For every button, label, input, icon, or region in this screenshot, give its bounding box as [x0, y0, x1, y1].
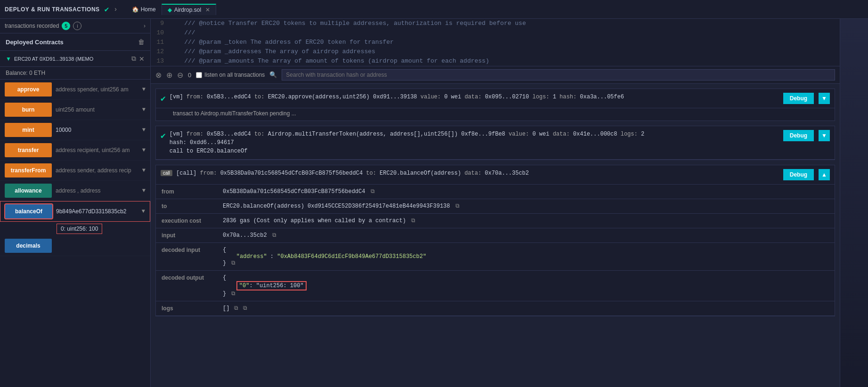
tx-log: ✔ [vm] from: 0x5B3...eddC4 to: ERC20.app… [151, 84, 840, 387]
copy-decoded-input-icon[interactable]: ⧉ [231, 260, 235, 266]
copy-from-icon[interactable]: ⧉ [371, 188, 375, 195]
search-box [282, 69, 835, 81]
detail-logs-label: logs [156, 301, 217, 316]
top-bar: DEPLOY & RUN TRANSACTIONS ✔ › 🏠 Home ◆ A… [0, 0, 868, 19]
transfer-param: address recipient, uint256 am [56, 147, 138, 153]
code-line-9: 9 /// @notice Transfer ERC20 tokens to m… [151, 19, 840, 28]
allowance-chevron-icon[interactable]: ▼ [142, 187, 146, 194]
tx-multi-expand-button[interactable]: ▼ [819, 130, 830, 141]
tx-balanceof-debug-button[interactable]: Debug [783, 169, 814, 180]
detail-from-value: 0x5B38Da0a701c568545dCfcB03FcB875f56bedd… [217, 185, 835, 199]
detail-to-row: to ERC20.balanceOf(address) 0xd9145CCE52… [156, 199, 835, 214]
method-balanceof-row: balanceOf 9b849Ae677dD3315835cb2 ▼ [0, 201, 150, 222]
method-transfer-row: transfer address recipient, uint256 am ▼ [0, 140, 150, 161]
listen-checkbox-label[interactable]: listen on all transactions [196, 72, 265, 78]
code-line-12: 12 /// @param _addresses The array of ai… [151, 47, 840, 56]
deployed-contracts-title: Deployed Contracts [6, 39, 64, 46]
detail-execcost-value: 2836 gas (Cost only applies when called … [217, 214, 835, 228]
code-line-13: 13 /// @param _amounts The array of amou… [151, 56, 840, 66]
copy-logs-icon-1[interactable]: ⧉ [234, 305, 238, 312]
contract-actions: ⧉ ✕ [131, 55, 145, 63]
contract-expand-icon[interactable]: ▼ [6, 56, 11, 62]
mint-param: 10000 [56, 127, 138, 133]
minimap [840, 19, 868, 387]
trash-icon[interactable]: 🗑 [138, 38, 145, 46]
copy-input-icon[interactable]: ⧉ [272, 232, 276, 239]
approve-button[interactable]: approve [5, 82, 52, 97]
copy-decoded-output-icon[interactable]: ⧉ [231, 290, 235, 297]
listen-checkbox-input[interactable] [196, 72, 202, 78]
tab-close-button[interactable]: ✕ [205, 7, 210, 13]
mint-button[interactable]: mint [5, 123, 52, 137]
method-decimals-row: decimals [0, 236, 150, 256]
info-badge: i [73, 22, 81, 30]
detail-execcost-row: execution cost 2836 gas (Cost only appli… [156, 214, 835, 228]
tx-balanceof-expand-button[interactable]: ▲ [819, 169, 830, 180]
copy-to-icon[interactable]: ⧉ [455, 203, 460, 210]
tx-approve-debug-button[interactable]: Debug [783, 93, 814, 104]
tx-entry-balanceof: call [call] from: 0x5B38Da0a701c568545dC… [155, 165, 835, 316]
tx-approve-expand-button[interactable]: ▼ [819, 93, 830, 104]
search-input[interactable] [286, 72, 831, 78]
mint-chevron-icon[interactable]: ▼ [142, 127, 146, 133]
transferfrom-button[interactable]: transferFrom [5, 163, 52, 177]
method-transferfrom-row: transferFrom address sender, address rec… [0, 161, 150, 181]
detail-logs-value: [] ⧉ ⧉ [217, 301, 835, 315]
file-icon: ◆ [168, 7, 172, 13]
zoom-in-icon[interactable]: ⊕ [166, 71, 172, 80]
tab-airdrop[interactable]: ◆ Airdrop.sol ✕ [162, 4, 216, 15]
transferfrom-chevron-icon[interactable]: ▼ [142, 167, 146, 174]
tx-count: 0 [188, 72, 191, 79]
balance-line: Balance: 0 ETH [0, 67, 150, 80]
transactions-header-left: transactions recorded 5 i [5, 22, 81, 30]
method-approve-row: approve address spender, uint256 am ▼ [0, 80, 150, 100]
detail-input-row: input 0x70a...35cb2 ⧉ [156, 228, 835, 243]
detail-from-label: from [156, 185, 217, 199]
transactions-header: transactions recorded 5 i › [0, 19, 150, 33]
status-check-icon: ✔ [105, 5, 109, 14]
close-contract-button[interactable]: ✕ [139, 55, 145, 63]
transactions-label: transactions recorded [5, 23, 59, 29]
transaction-count-badge: 5 [62, 22, 70, 30]
tx-toolbar: ⊗ ⊕ ⊖ 0 listen on all transactions 🔍 [151, 66, 840, 84]
tx-entry-approve: ✔ [vm] from: 0x5B3...eddC4 to: ERC20.app… [155, 89, 835, 121]
call-tag: call [161, 170, 172, 176]
detail-decoded-input-value: { "address" : "0xAb8483F64d9C6d1EcF9b849… [217, 243, 835, 271]
detail-to-label: to [156, 199, 217, 214]
method-mint-row: mint 10000 ▼ [0, 120, 150, 140]
copy-contract-button[interactable]: ⧉ [131, 55, 136, 63]
balanceof-param: 9b849Ae677dD3315835cb2 [56, 208, 138, 215]
method-allowance-row: allowance address , address ▼ [0, 181, 150, 201]
detail-input-label: input [156, 228, 217, 243]
tx-multi-debug-button[interactable]: Debug [783, 130, 814, 141]
tab-home-label: Home [141, 6, 156, 13]
burn-button[interactable]: burn [5, 103, 52, 117]
tx-multi-text: [vm] from: 0x5B3...eddC4 to: Airdrop.mul… [170, 130, 779, 155]
decoded-input-json: { "address" : "0xAb8483F64d9C6d1EcF9b849… [223, 247, 829, 266]
approve-chevron-icon[interactable]: ▼ [142, 86, 146, 93]
call-detail-table: from 0x5B38Da0a701c568545dCfcB03FcB875f5… [156, 185, 835, 316]
panel-expand-icon[interactable]: › [144, 23, 146, 29]
allowance-button[interactable]: allowance [5, 184, 52, 198]
contract-name: ERC20 AT 0XD91...39138 (MEMO [14, 56, 129, 62]
tx-balanceof-text: [call] from: 0x5B38Da0a701c568545dCfcB03… [176, 169, 779, 177]
transfer-button[interactable]: transfer [5, 143, 52, 157]
transferfrom-param: address sender, address recip [56, 167, 138, 174]
contract-methods: approve address spender, uint256 am ▼ bu… [0, 80, 150, 387]
expand-arrow-icon[interactable]: › [114, 6, 117, 13]
tab-home[interactable]: 🏠 Home [127, 4, 161, 15]
balanceof-button[interactable]: balanceOf [5, 204, 52, 218]
decoded-output-highlight: "0": "uint256: 100" [236, 281, 307, 290]
transfer-chevron-icon[interactable]: ▼ [142, 147, 146, 153]
copy-execcost-icon[interactable]: ⧉ [411, 218, 415, 224]
burn-chevron-icon[interactable]: ▼ [142, 106, 146, 113]
clear-icon[interactable]: ⊗ [155, 71, 162, 80]
balanceof-chevron-icon[interactable]: ▼ [142, 208, 145, 215]
code-line-10: 10 /// [151, 28, 840, 38]
zoom-out-icon[interactable]: ⊖ [177, 71, 183, 80]
approve-param: address spender, uint256 am [56, 86, 138, 93]
balance-value: Balance: 0 ETH [6, 70, 45, 76]
search-icon: 🔍 [269, 71, 277, 79]
decimals-button[interactable]: decimals [5, 239, 52, 253]
copy-logs-icon-2[interactable]: ⧉ [243, 305, 247, 312]
